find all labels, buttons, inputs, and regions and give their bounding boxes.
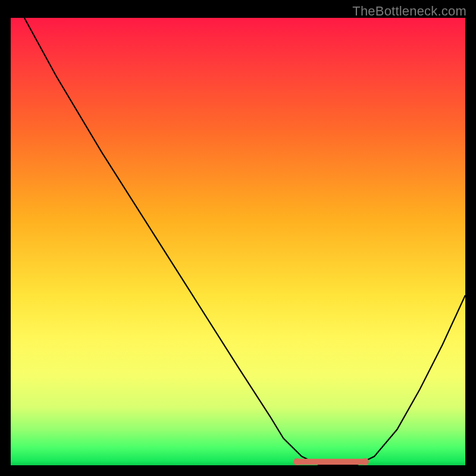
plot-area (11, 18, 465, 465)
chart-svg (11, 18, 465, 465)
chart-frame: TheBottleneck.com (0, 0, 476, 476)
accent-start-dot (293, 458, 300, 465)
watermark-text: TheBottleneck.com (352, 4, 466, 19)
curve-path (24, 18, 465, 465)
accent-end-dot (362, 458, 369, 465)
